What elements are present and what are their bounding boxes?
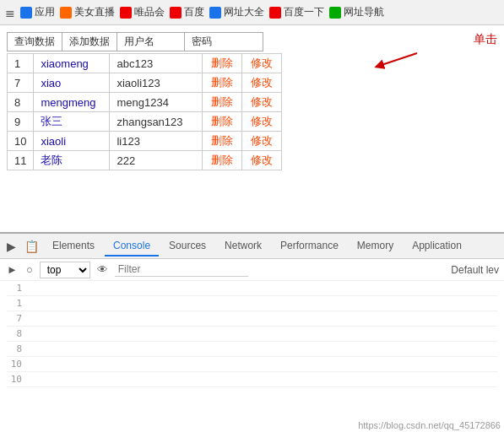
devtools-inspect-icon[interactable]: 📋 <box>21 238 42 255</box>
apps-icon[interactable]: ≣ <box>5 6 15 19</box>
edit-button[interactable]: 修改 <box>251 94 273 110</box>
cell-username: 张三 <box>34 112 110 132</box>
nav-urls-label: 网址大全 <box>224 5 264 19</box>
devtools-panel: ▶ 📋 Elements Console Sources Network Per… <box>0 232 504 432</box>
tab-elements[interactable]: Elements <box>44 236 103 256</box>
edit-button[interactable]: 修改 <box>251 75 273 90</box>
tab-memory[interactable]: Memory <box>349 236 402 256</box>
cell-password: xiaoli123 <box>110 73 203 93</box>
cell-delete: 删除 <box>203 132 242 151</box>
live-favicon <box>60 7 72 19</box>
clear-console-button[interactable]: ► <box>5 262 19 278</box>
cell-password: meng1234 <box>110 93 203 112</box>
cell-id: 10 <box>8 132 34 151</box>
delete-button[interactable]: 删除 <box>211 75 233 90</box>
console-line: 8 <box>7 327 497 342</box>
nav-apps-label: 应用 <box>35 5 55 19</box>
cell-delete: 删除 <box>203 112 242 132</box>
edit-button[interactable]: 修改 <box>251 56 273 71</box>
line-number: 10 <box>7 374 22 385</box>
cell-password: 222 <box>110 151 203 170</box>
console-toolbar: ► ○ top 👁 Default lev <box>0 259 504 281</box>
nav-item-apps[interactable]: 应用 <box>20 5 55 19</box>
delete-button[interactable]: 删除 <box>211 133 233 148</box>
delete-button[interactable]: 删除 <box>211 56 233 71</box>
eye-icon[interactable]: 👁 <box>95 262 110 278</box>
main-content: 单击 查询数据 添加数据 用户名 密码 1xiaomengabc123删除修改7… <box>0 25 504 232</box>
cell-password: li123 <box>110 132 203 151</box>
devtools-dock-icon[interactable]: ▶ <box>3 238 19 255</box>
cell-edit: 修改 <box>242 132 282 151</box>
edit-button[interactable]: 修改 <box>251 133 273 148</box>
devtools-tab-bar: ▶ 📋 Elements Console Sources Network Per… <box>0 234 504 259</box>
username-header: 用户名 <box>117 32 185 51</box>
tab-performance[interactable]: Performance <box>272 236 347 256</box>
nav-live-label: 美女直播 <box>74 5 115 19</box>
table-controls: 查询数据 添加数据 用户名 密码 <box>7 32 497 51</box>
cell-password: zhangsan123 <box>110 112 203 132</box>
vip-favicon <box>120 7 132 19</box>
nav-item-live[interactable]: 美女直播 <box>60 5 115 19</box>
delete-button[interactable]: 删除 <box>211 94 233 110</box>
line-number: 10 <box>7 359 22 370</box>
cell-username: xiaoli <box>34 132 110 151</box>
table-row: 8mengmengmeng1234删除修改 <box>8 93 282 112</box>
svg-line-1 <box>379 53 417 66</box>
log-level-label: Default lev <box>451 264 499 276</box>
nav-baidu-label: 百度 <box>184 5 204 19</box>
filter-input[interactable] <box>115 262 248 277</box>
console-line: 10 <box>7 357 497 372</box>
table-row: 1xiaomengabc123删除修改 <box>8 54 282 73</box>
delete-button[interactable]: 删除 <box>211 153 233 168</box>
nav-favicon <box>329 7 341 19</box>
line-number: 7 <box>7 313 22 324</box>
nav-search-label: 百度一下 <box>284 5 324 19</box>
nav-item-vip[interactable]: 唯品会 <box>120 5 165 19</box>
nav-item-search[interactable]: 百度一下 <box>269 5 324 19</box>
cell-username: 老陈 <box>34 151 110 170</box>
query-button[interactable]: 查询数据 <box>7 32 62 51</box>
csdn-watermark: https://blog.csdn.net/qq_45172866 <box>358 420 501 430</box>
cell-id: 11 <box>8 151 34 170</box>
nav-item-nav[interactable]: 网址导航 <box>329 5 384 19</box>
nav-item-urls[interactable]: 网址大全 <box>209 5 264 19</box>
annotation-label: 单击 <box>474 32 497 47</box>
cell-edit: 修改 <box>242 93 282 112</box>
block-network-button[interactable]: ○ <box>24 262 35 278</box>
console-line: 1 <box>7 296 497 311</box>
table-row: 10xiaolili123删除修改 <box>8 132 282 151</box>
browser-toolbar: ≣ 应用 美女直播 唯品会 百度 网址大全 百度一下 网址导航 <box>0 0 504 25</box>
delete-button[interactable]: 删除 <box>211 114 233 129</box>
line-number: 8 <box>7 343 22 354</box>
nav-vip-label: 唯品会 <box>134 5 165 19</box>
edit-button[interactable]: 修改 <box>251 153 273 168</box>
cell-edit: 修改 <box>242 54 282 73</box>
baidu-favicon <box>170 7 182 19</box>
table-row: 11老陈222删除修改 <box>8 151 282 170</box>
tab-network[interactable]: Network <box>216 236 270 256</box>
add-button[interactable]: 添加数据 <box>62 32 117 51</box>
nav-nav-label: 网址导航 <box>344 5 384 19</box>
cell-id: 9 <box>8 112 34 132</box>
tab-sources[interactable]: Sources <box>160 236 214 256</box>
cell-delete: 删除 <box>203 93 242 112</box>
cell-id: 8 <box>8 93 34 112</box>
cell-username: xiaomeng <box>34 54 110 73</box>
cell-edit: 修改 <box>242 151 282 170</box>
cell-username: xiao <box>34 73 110 93</box>
tab-console[interactable]: Console <box>105 236 159 256</box>
tab-application[interactable]: Application <box>404 236 470 256</box>
cell-password: abc123 <box>110 54 203 73</box>
line-number: 8 <box>7 328 22 339</box>
line-number: 1 <box>7 298 22 309</box>
edit-button[interactable]: 修改 <box>251 114 273 129</box>
nav-item-baidu[interactable]: 百度 <box>170 5 204 19</box>
cell-edit: 修改 <box>242 112 282 132</box>
console-line: 8 <box>7 342 497 357</box>
cell-username: mengmeng <box>34 93 110 112</box>
search-favicon <box>269 7 281 19</box>
data-table: 1xiaomengabc123删除修改7xiaoxiaoli123删除修改8me… <box>7 53 282 170</box>
table-row: 7xiaoxiaoli123删除修改 <box>8 73 282 93</box>
urls-favicon <box>209 7 221 19</box>
context-select[interactable]: top <box>40 262 90 278</box>
